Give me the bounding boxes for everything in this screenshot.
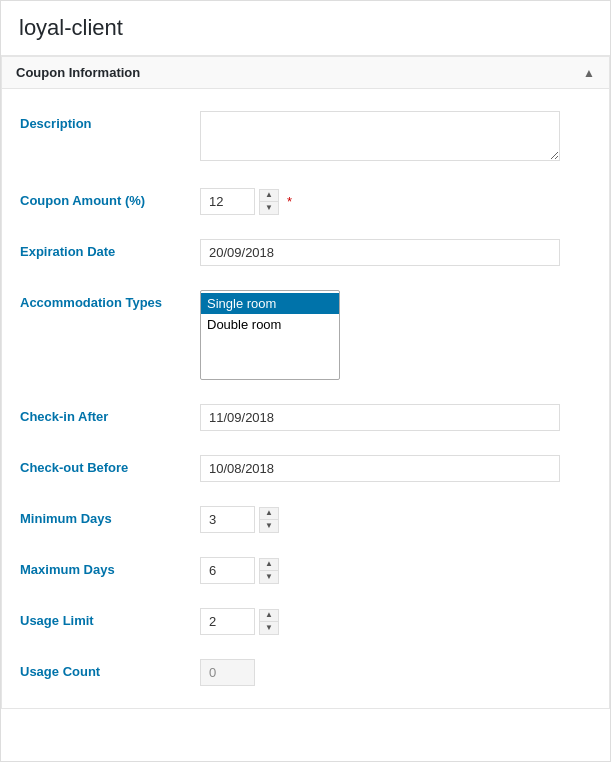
minimum-days-input[interactable] (200, 506, 255, 533)
usage-limit-up[interactable]: ▲ (260, 610, 278, 622)
checkout-before-field (200, 455, 591, 482)
usage-count-field (200, 659, 591, 686)
page-title: loyal-client (1, 1, 610, 56)
expiration-date-input[interactable] (200, 239, 560, 266)
minimum-days-label: Minimum Days (20, 506, 200, 526)
maximum-days-field: ▲ ▼ (200, 557, 591, 584)
checkin-after-input[interactable] (200, 404, 560, 431)
maximum-days-input[interactable] (200, 557, 255, 584)
usage-count-row: Usage Count (2, 647, 609, 698)
usage-limit-label: Usage Limit (20, 608, 200, 628)
page-wrapper: loyal-client Coupon Information ▲ Descri… (0, 0, 611, 762)
description-field (200, 111, 591, 164)
coupon-amount-up[interactable]: ▲ (260, 190, 278, 202)
maximum-days-down[interactable]: ▼ (260, 571, 278, 583)
coupon-amount-input[interactable] (200, 188, 255, 215)
description-input[interactable] (200, 111, 560, 161)
accommodation-types-row: Accommodation Types Single room Double r… (2, 278, 609, 392)
usage-limit-row: Usage Limit ▲ ▼ (2, 596, 609, 647)
section-header: Coupon Information ▲ (1, 56, 610, 89)
usage-limit-wrap: ▲ ▼ (200, 608, 591, 635)
coupon-amount-label: Coupon Amount (%) (20, 188, 200, 208)
usage-count-label: Usage Count (20, 659, 200, 679)
minimum-days-down[interactable]: ▼ (260, 520, 278, 532)
checkin-after-row: Check-in After (2, 392, 609, 443)
section-content: Description Coupon Amount (%) ▲ ▼ * (1, 89, 610, 709)
checkout-before-label: Check-out Before (20, 455, 200, 475)
maximum-days-up[interactable]: ▲ (260, 559, 278, 571)
accommodation-types-wrap: Single room Double room (200, 290, 340, 380)
required-star: * (287, 194, 292, 209)
collapse-icon[interactable]: ▲ (583, 66, 595, 80)
expiration-date-label: Expiration Date (20, 239, 200, 259)
maximum-days-spinner: ▲ ▼ (259, 558, 279, 584)
checkout-before-row: Check-out Before (2, 443, 609, 494)
minimum-days-up[interactable]: ▲ (260, 508, 278, 520)
checkin-after-field (200, 404, 591, 431)
accommodation-types-label: Accommodation Types (20, 290, 200, 310)
expiration-date-field (200, 239, 591, 266)
maximum-days-wrap: ▲ ▼ (200, 557, 591, 584)
minimum-days-field: ▲ ▼ (200, 506, 591, 533)
description-row: Description (2, 99, 609, 176)
option-single-room[interactable]: Single room (201, 293, 339, 314)
maximum-days-row: Maximum Days ▲ ▼ (2, 545, 609, 596)
maximum-days-label: Maximum Days (20, 557, 200, 577)
accommodation-types-field: Single room Double room (200, 290, 591, 380)
coupon-amount-down[interactable]: ▼ (260, 202, 278, 214)
description-label: Description (20, 111, 200, 131)
coupon-amount-row: Coupon Amount (%) ▲ ▼ * (2, 176, 609, 227)
coupon-amount-spinner: ▲ ▼ (259, 189, 279, 215)
usage-count-input (200, 659, 255, 686)
usage-limit-field: ▲ ▼ (200, 608, 591, 635)
usage-limit-spinner: ▲ ▼ (259, 609, 279, 635)
coupon-amount-wrap: ▲ ▼ * (200, 188, 591, 215)
minimum-days-spinner: ▲ ▼ (259, 507, 279, 533)
coupon-amount-field: ▲ ▼ * (200, 188, 591, 215)
accommodation-types-select[interactable]: Single room Double room (200, 290, 340, 380)
expiration-date-row: Expiration Date (2, 227, 609, 278)
option-double-room[interactable]: Double room (201, 314, 339, 335)
checkin-after-label: Check-in After (20, 404, 200, 424)
usage-limit-input[interactable] (200, 608, 255, 635)
minimum-days-row: Minimum Days ▲ ▼ (2, 494, 609, 545)
section-header-label: Coupon Information (16, 65, 140, 80)
minimum-days-wrap: ▲ ▼ (200, 506, 591, 533)
checkout-before-input[interactable] (200, 455, 560, 482)
usage-limit-down[interactable]: ▼ (260, 622, 278, 634)
